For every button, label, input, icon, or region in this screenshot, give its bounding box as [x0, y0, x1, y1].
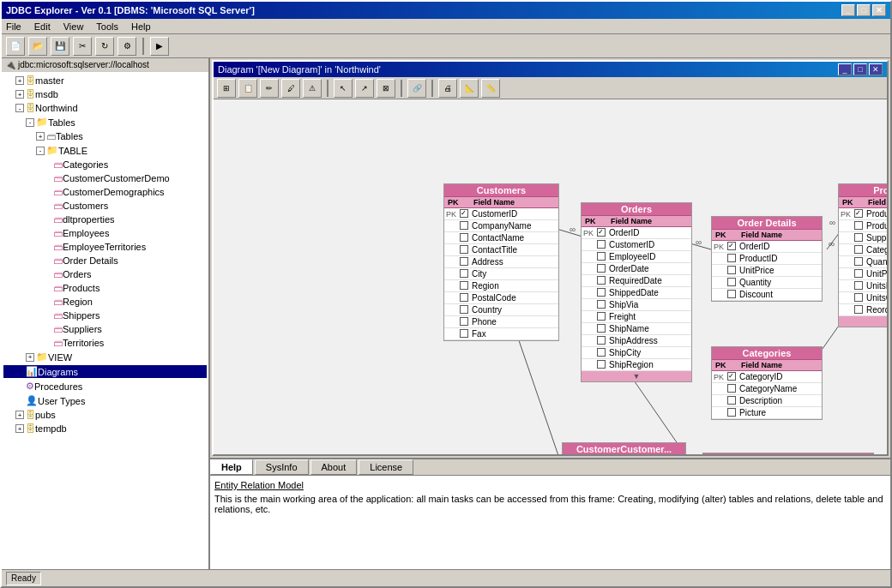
menu-file[interactable]: File: [6, 21, 21, 32]
sidebar-item-msdb[interactable]: + 🗄 msdb: [3, 87, 207, 101]
table-row: Description: [712, 395, 822, 407]
minimize-button[interactable]: _: [841, 4, 855, 16]
checkbox: [727, 396, 736, 405]
run-button[interactable]: ▶: [150, 37, 169, 56]
diagram-minimize[interactable]: _: [838, 63, 852, 75]
sidebar-item-employees[interactable]: 🗃 Employees: [3, 226, 207, 240]
checkbox: [460, 245, 468, 254]
diag-tool-9[interactable]: 🔗: [407, 79, 426, 98]
sidebar-item-table-folder[interactable]: - 📁 TABLE: [3, 143, 207, 158]
diag-tool-8[interactable]: ⊠: [377, 79, 395, 98]
bottom-content: Entity Relation Model This is the main w…: [210, 476, 890, 569]
sidebar-item-orders[interactable]: 🗃 Orders: [3, 267, 207, 281]
expand-tempdb[interactable]: +: [15, 424, 24, 433]
checkbox: [597, 252, 606, 261]
expand-view[interactable]: +: [26, 353, 34, 362]
settings-button[interactable]: ⚙: [118, 37, 136, 56]
diag-sep2: [401, 80, 402, 97]
table-order-details[interactable]: Order Details PKField Name PKOrderID Pro…: [711, 216, 823, 302]
expand-tables[interactable]: -: [26, 118, 34, 127]
svg-text:∞: ∞: [829, 218, 835, 227]
table-row: ShipCity: [582, 347, 691, 359]
tab-about[interactable]: About: [310, 459, 358, 475]
diag-tool-11[interactable]: 📐: [460, 79, 479, 98]
diag-tool-6[interactable]: ↖: [334, 79, 353, 98]
diag-tool-1[interactable]: ⊞: [217, 79, 236, 98]
sidebar-item-tables[interactable]: - 📁 Tables: [3, 115, 207, 129]
diag-tool-10[interactable]: 🖨: [438, 79, 457, 98]
refresh-button[interactable]: ↻: [95, 37, 114, 56]
sidebar-item-usertypes[interactable]: 👤 User Types: [3, 393, 207, 408]
sidebar-item-shippers[interactable]: 🗃 Shippers: [3, 309, 207, 322]
sidebar-item-products[interactable]: 🗃 Products: [3, 281, 207, 295]
save-button[interactable]: 💾: [51, 37, 69, 56]
sidebar-item-suppliers[interactable]: 🗃 Suppliers: [3, 322, 207, 336]
sidebar-item-employeeterritories[interactable]: 🗃 EmployeeTerritories: [3, 240, 207, 254]
sidebar-item-dltproperties[interactable]: 🗃 dltproperties: [3, 213, 207, 226]
expand-master[interactable]: +: [15, 76, 24, 85]
expand-pubs[interactable]: +: [15, 411, 24, 419]
delete-button[interactable]: ✂: [73, 37, 92, 56]
diag-tool-4[interactable]: 🖊: [281, 79, 300, 98]
expand-msdb[interactable]: +: [15, 90, 24, 99]
tab-sysinfo[interactable]: SysInfo: [255, 459, 309, 475]
tab-help[interactable]: Help: [210, 459, 253, 475]
table-customers[interactable]: Customers PKField Name PKCustomerID Comp…: [443, 183, 559, 341]
sidebar-item-customerdemographics[interactable]: 🗃 CustomerDemographics: [3, 185, 207, 199]
sidebar-item-master[interactable]: + 🗄 master: [3, 74, 207, 87]
menu-tools[interactable]: Tools: [96, 21, 118, 32]
maximize-button[interactable]: □: [857, 4, 871, 16]
expand-northwind[interactable]: -: [15, 104, 24, 112]
new-button[interactable]: 📄: [6, 37, 25, 56]
table-products[interactable]: Products PKField Name PKProductID Produc…: [838, 183, 887, 327]
diagram-maximize[interactable]: □: [853, 63, 867, 75]
diag-tool-7[interactable]: ↗: [355, 79, 374, 98]
table-row: Region: [444, 280, 558, 292]
table-header-products: Products: [839, 184, 887, 197]
table-row: UnitPrice: [712, 265, 822, 277]
sidebar-item-customers[interactable]: 🗃 Customers: [3, 199, 207, 213]
sidebar-item-diagrams[interactable]: 📊 Diagrams: [3, 364, 207, 379]
sidebar-item-northwind[interactable]: - 🗄 Northwind: [3, 101, 207, 115]
help-body: This is the main working area of the app…: [214, 494, 886, 514]
menu-view[interactable]: View: [63, 21, 84, 32]
open-button[interactable]: 📂: [28, 37, 47, 56]
sidebar-item-territories[interactable]: 🗃 Territories: [3, 336, 207, 350]
table-orders[interactable]: Orders PKField Name PKOrderID CustomerID…: [581, 202, 692, 382]
sidebar-item-region[interactable]: 🗃 Region: [3, 295, 207, 309]
table-cols-order-details: PKField Name: [712, 230, 822, 241]
checkbox: [597, 312, 606, 321]
menu-help[interactable]: Help: [131, 21, 151, 32]
sidebar-item-view[interactable]: + 📁 VIEW: [3, 350, 207, 364]
expand-system-table[interactable]: +: [36, 132, 45, 141]
diag-tool-2[interactable]: 📋: [238, 79, 257, 98]
table-row: CategoryID: [839, 244, 887, 256]
table-cols-orders: PKField Name: [582, 216, 691, 227]
checkbox: [727, 408, 736, 417]
sidebar-item-system-table[interactable]: + 🗃 Tables: [3, 129, 207, 143]
sidebar-item-categories[interactable]: 🗃 Categories: [3, 158, 207, 171]
checkbox: [854, 221, 863, 230]
diag-tool-12[interactable]: 📏: [481, 79, 500, 98]
sidebar-item-procedures[interactable]: ⚙ Procedures: [3, 379, 207, 393]
svg-text:∞: ∞: [696, 237, 702, 247]
sidebar-item-orderdetails[interactable]: 🗃 Order Details: [3, 254, 207, 267]
tab-license[interactable]: License: [359, 459, 413, 475]
checkbox: [460, 233, 468, 242]
table-categories[interactable]: Categories PKField Name PKCategoryID Cat…: [711, 346, 823, 420]
close-button[interactable]: ✕: [872, 4, 886, 16]
table-header-customercustomerdemo: CustomerCustomer...: [563, 443, 685, 454]
menu-edit[interactable]: Edit: [34, 21, 51, 32]
expand-table-folder[interactable]: -: [36, 147, 45, 155]
table-row: UnitPrice: [839, 268, 887, 280]
diagram-close[interactable]: ✕: [869, 63, 883, 75]
table-row: ReorderLevel: [839, 304, 887, 316]
checkbox: [597, 360, 606, 369]
table-shippers[interactable]: Shippers PKField NameType NameSizeNullab…: [702, 453, 874, 454]
diag-tool-3[interactable]: ✏: [260, 79, 279, 98]
table-customer-customer-demo[interactable]: CustomerCustomer... PKField Name PKCusto…: [562, 442, 686, 454]
sidebar-item-pubs[interactable]: + 🗄 pubs: [3, 408, 207, 422]
sidebar-item-customercustomerdemo[interactable]: 🗃 CustomerCustomerDemo: [3, 171, 207, 185]
sidebar-item-tempdb[interactable]: + 🗄 tempdb: [3, 422, 207, 435]
diag-tool-5[interactable]: ⚠: [303, 79, 322, 98]
